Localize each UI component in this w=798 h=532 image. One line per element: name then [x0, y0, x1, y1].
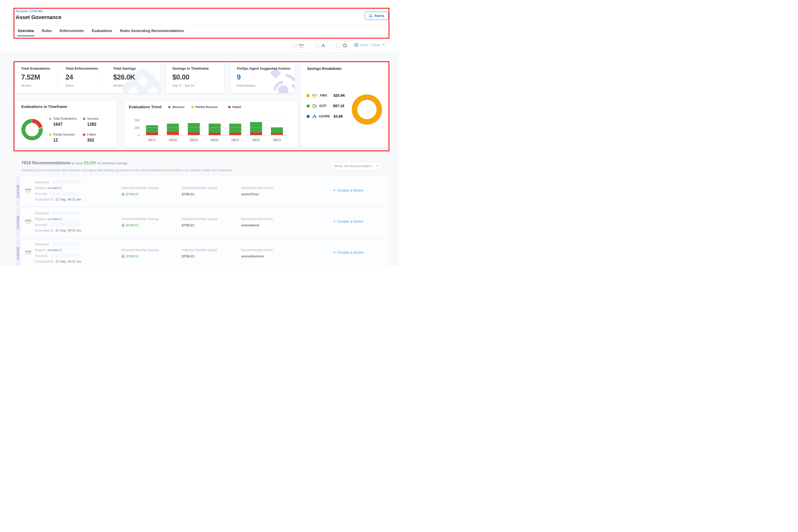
- cloud-provider-select[interactable]: Show: All cloud providers: [330, 162, 383, 170]
- potential-monthly-spend: Potential Monthly Spend $708.01: [182, 248, 217, 258]
- moneybag-icon: $: [121, 223, 125, 227]
- savings-breakdown-donut-chart: [352, 94, 382, 125]
- potential-monthly-spend: Potential Monthly Spend $708.01: [182, 186, 217, 196]
- bar-segment-success: [229, 124, 241, 133]
- stat-sub: Enforcements: [237, 84, 290, 87]
- stat-total-enforcements: Total Enforcements 24 Active: [65, 66, 98, 87]
- custom-badge: CUSTOM: [16, 239, 20, 266]
- legend-value: 12: [53, 138, 83, 142]
- x-tick-09/19: 09/19: [183, 136, 204, 142]
- legend-item-total: Total Evaluations 1647: [49, 117, 83, 127]
- bar-segment-failed: [146, 132, 158, 135]
- trend-bar-09/20: [204, 124, 225, 135]
- bar-segment-failed: [209, 133, 221, 135]
- legend-value: $97.19: [333, 104, 344, 108]
- divider: [101, 66, 101, 90]
- bar-segment-failed: [167, 132, 179, 135]
- redacted-account: [50, 254, 79, 258]
- aws-icon: aws: [299, 43, 304, 48]
- y-tick-0: 0: [132, 134, 139, 137]
- bar-segment-failed: [188, 132, 200, 135]
- x-tick-09/21: 09/21: [225, 136, 246, 142]
- provider-filter-gcp[interactable]: [333, 41, 350, 50]
- aws-icon: aws: [312, 94, 317, 97]
- redacted-resource: [52, 180, 81, 184]
- plus-icon: +: [333, 251, 336, 254]
- stat-label: Savings in Timeframe: [172, 66, 209, 71]
- potential-monthly-savings: Potential Monthly Savings $$708.01: [121, 186, 159, 196]
- legend-label: Total Evaluations: [53, 117, 77, 120]
- create-ticket-button[interactable]: +Create a ticket: [333, 188, 363, 192]
- stat-value: $0.00: [172, 73, 209, 81]
- account-link[interactable]: Account: CCM-NG: [16, 10, 43, 13]
- recommendation-row-3[interactable]: CUSTOM aws Resource: Region:us-west-2 Ac…: [16, 239, 388, 266]
- stat-total-savings: Total Savings $26.0K All-time: [113, 66, 136, 87]
- tab-rules[interactable]: Rules: [41, 27, 52, 36]
- legend-value: $25.9K: [334, 93, 345, 97]
- stat-label: Total Evaluations: [21, 66, 50, 71]
- y-tick-320: 320: [132, 119, 139, 122]
- redacted-account: [50, 223, 79, 227]
- page-title: Asset Governance: [16, 14, 61, 20]
- create-ticket-button[interactable]: +Create a ticket: [333, 219, 363, 224]
- provider-filter-aws[interactable]: aws: [290, 41, 307, 50]
- gcp-color-swatch: [307, 104, 309, 108]
- asset-governance-page: Account: CCM-NG Asset Governance Alerts …: [0, 0, 399, 266]
- date-range-picker[interactable]: Last 7 Days: [354, 42, 385, 47]
- stat-sub: All-time: [21, 84, 50, 87]
- tab-overview[interactable]: Overview: [17, 27, 34, 36]
- trend-x-axis: 09/1709/1809/1909/2009/2109/2209/23: [141, 136, 287, 142]
- resource-details: Resource: Region:us-west-2 Account: Eval…: [35, 210, 81, 233]
- select-value: Show: All cloud providers: [334, 164, 372, 168]
- aws-icon: aws: [25, 250, 32, 254]
- savings-breakdown-legend: aws AWS $25.9K GCP $97.19: [307, 93, 345, 118]
- tab-rules-generating-recommendations[interactable]: Rules Generating Recommendations: [119, 27, 184, 36]
- recommendation-row-1[interactable]: CUSTOM aws Resource: Region:us-west-2 Ac…: [16, 177, 388, 207]
- evaluations-legend: Total Evaluations 1647 Success 1282 Part…: [49, 117, 114, 142]
- redacted-resource: [52, 211, 81, 215]
- failed-dot: [228, 106, 230, 108]
- legend-label: AZURE: [319, 114, 331, 118]
- tab-evaluations[interactable]: Evaluations: [91, 27, 113, 36]
- stat-label: FinOps Agent Suggested Actions: [237, 66, 290, 71]
- gridline-160: [141, 128, 287, 128]
- x-tick-09/23: 09/23: [267, 136, 287, 142]
- aws-icon: aws: [25, 188, 32, 192]
- trend-legend-success: Success: [168, 106, 185, 109]
- provider-filter-azure[interactable]: [312, 41, 328, 50]
- legend-value: 1647: [53, 122, 83, 127]
- summary-stats-card: Total Evaluations 7.52M All-time Total E…: [16, 62, 160, 93]
- partial-dot: [191, 106, 194, 108]
- legend-label: AWS: [320, 94, 331, 97]
- stat-total-evaluations: Total Evaluations 7.52M All-time: [21, 66, 50, 87]
- savings-breakdown-title: Savings Breakdown: [307, 66, 342, 71]
- recommendation-row-2[interactable]: CUSTOM aws Resource: Region:us-west-2 Ac…: [16, 208, 388, 238]
- tab-enforcements[interactable]: Enforcements: [59, 27, 84, 36]
- evaluations-trend-chart: 320 160 0 09/1709/1809/1909/2009/2109/22…: [132, 119, 287, 142]
- trend-legend-partial: Partial Success: [191, 106, 218, 109]
- stat-sub: Sep 17 - Sep 24: [172, 84, 209, 87]
- bar-segment-failed: [229, 133, 241, 135]
- potential-monthly-savings: Potential Monthly Savings $$708.01: [121, 217, 159, 227]
- aws-color-swatch: [307, 94, 309, 97]
- aws-icon: aws: [25, 219, 32, 223]
- x-tick-09/18: 09/18: [163, 136, 183, 142]
- azure-checkbox[interactable]: [315, 43, 319, 48]
- custom-badge: CUSTOM: [16, 208, 20, 237]
- moneybag-icon: $: [121, 192, 125, 196]
- partial-dot: [49, 134, 51, 136]
- failed-dot: [83, 134, 85, 136]
- savings-timeframe-card: Savings in Timeframe $0.00 Sep 17 - Sep …: [166, 62, 224, 93]
- azure-icon: [321, 44, 325, 47]
- create-ticket-button[interactable]: +Create a ticket: [333, 250, 363, 254]
- bar-segment-success: [250, 122, 262, 132]
- x-tick-09/22: 09/22: [246, 136, 267, 142]
- aws-checkbox[interactable]: [293, 43, 297, 48]
- y-tick-160: 160: [132, 126, 139, 129]
- gcp-checkbox[interactable]: [337, 43, 340, 48]
- alerts-button[interactable]: Alerts: [365, 12, 388, 20]
- legend-item-azure: AZURE $4.88: [307, 114, 345, 118]
- bell-icon: [369, 14, 373, 18]
- legend-label: Success: [87, 117, 99, 120]
- success-dot: [168, 106, 171, 108]
